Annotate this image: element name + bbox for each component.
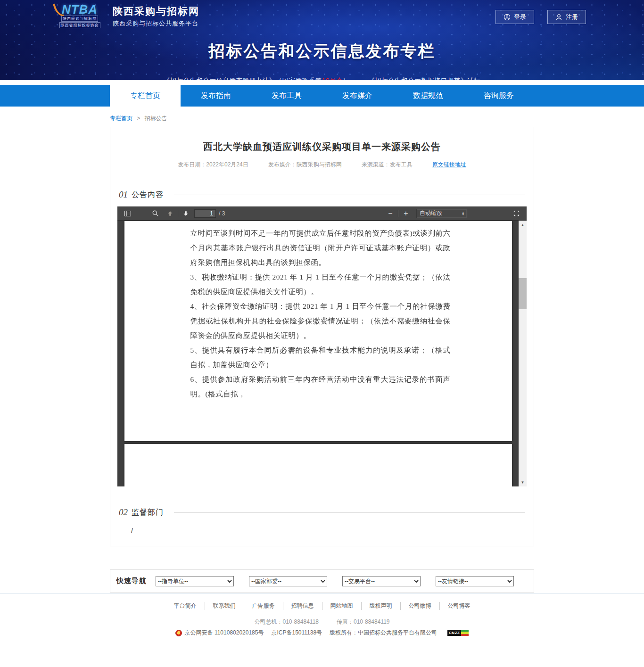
- banner-note-part1: 《招标公告和公示信息发布管理办法》（国家发改委第: [164, 77, 322, 80]
- login-label: 登录: [514, 13, 526, 21]
- tab-data-standards[interactable]: 数据规范: [393, 85, 463, 107]
- supervisor-content: /: [131, 527, 534, 535]
- section1-title: 公告内容: [132, 190, 164, 200]
- banner-note-part2: ）: [343, 77, 349, 80]
- section2-title: 监督部门: [132, 508, 164, 518]
- breadcrumb-separator: >: [137, 115, 140, 122]
- banner-title: 招标公告和公示信息发布专栏: [53, 41, 591, 62]
- quick-nav-select-links[interactable]: --友情链接--: [436, 576, 514, 586]
- pdf-toolbar: / 3 − + 自动缩放 ▴▾: [117, 206, 527, 221]
- zoom-divider: [398, 210, 398, 217]
- page-up-icon[interactable]: [165, 208, 176, 219]
- quick-nav-select-guidance[interactable]: --指导单位--: [156, 576, 234, 586]
- footer-link-ads[interactable]: 广告服务: [244, 602, 283, 610]
- footer-link-blog[interactable]: 公司博客: [439, 602, 479, 610]
- banner-note-part3: 《招标公告和公示数据接口规范》试行: [368, 77, 480, 80]
- footer-legal: 京公网安备 11010802020185号 京ICP备15011138号 版权所…: [0, 629, 644, 637]
- section-supervisor-header: 02 监督部门: [119, 507, 525, 518]
- site-name: 陕西采购与招标网: [113, 5, 199, 18]
- footer-contact: 公司总机：010-88484118 传真：010-88484119: [0, 618, 644, 626]
- toolbar-divider: [178, 210, 178, 217]
- section-announcement-content-header: 01 公告内容: [119, 189, 525, 200]
- tab-publish-tools[interactable]: 发布工具: [251, 85, 322, 107]
- original-link[interactable]: 原文链接地址: [432, 161, 466, 169]
- police-badge-icon: [175, 630, 182, 636]
- user-icon: [555, 14, 562, 21]
- publish-date: 发布日期：2022年02月24日: [178, 161, 248, 169]
- footer-links: 平台简介 联系我们 广告服务 招聘信息 网站地图 版权声明 公司微博 公司博客: [0, 602, 644, 610]
- scroll-up-icon[interactable]: ▲: [519, 222, 527, 228]
- search-icon[interactable]: [149, 208, 161, 219]
- doc-paragraph: 立时间至谈判时间不足一年的可提供成立后任意时段的资产负债表)或谈判前六个月内其基…: [190, 226, 451, 270]
- scroll-down-icon[interactable]: ▼: [519, 479, 527, 486]
- quick-nav-bar: 快速导航 --指导单位-- --国家部委-- --交易平台-- --友情链接--: [110, 569, 534, 593]
- page-number-input[interactable]: [194, 209, 216, 218]
- footer-link-copyright[interactable]: 版权声明: [361, 602, 400, 610]
- zoom-mode-label: 自动缩放: [420, 209, 442, 217]
- footer-phone: 公司总机：010-88484118: [254, 618, 319, 626]
- pdf-page-1: 立时间至谈判时间不足一年的可提供成立后任意时段的资产负债表)或谈判前六个月内其基…: [124, 221, 512, 441]
- announcement-title: 西北大学缺血预适应训练仪采购项目单一来源采购公告: [110, 140, 534, 153]
- tab-publish-guide[interactable]: 发布指南: [181, 85, 251, 107]
- tab-column-home[interactable]: 专栏首页: [110, 85, 181, 107]
- tab-consult-service[interactable]: 咨询服务: [463, 85, 534, 107]
- quick-nav-label: 快速导航: [116, 576, 147, 585]
- tab-publish-media[interactable]: 发布媒介: [322, 85, 393, 107]
- site-tagline: 陕西采购与招标公共服务平台: [113, 19, 199, 28]
- zoom-mode-select[interactable]: 自动缩放 ▴▾: [416, 209, 467, 218]
- site-logo[interactable]: NTBA 陕西采购与招标网 陕西省招标投标协会: [53, 4, 106, 28]
- main-nav: 专栏首页 发布指南 发布工具 发布媒介 数据规范 咨询服务: [0, 85, 644, 107]
- police-registration[interactable]: 京公网安备 11010802020185号: [185, 629, 264, 637]
- section2-number: 02: [119, 507, 128, 518]
- fullscreen-icon[interactable]: [511, 208, 522, 219]
- icp-registration[interactable]: 京ICP备15011138号: [271, 629, 322, 637]
- quick-nav-select-platforms[interactable]: --交易平台--: [342, 576, 421, 586]
- pdf-body: 立时间至谈判时间不足一年的可提供成立后任意时段的资产负债表)或谈判前六个月内其基…: [117, 221, 527, 486]
- announcement-card: 西北大学缺血预适应训练仪采购项目单一来源采购公告 发布日期：2022年02月24…: [110, 127, 534, 546]
- footer-fax: 传真：010-88484119: [337, 618, 390, 626]
- cnzz-badge[interactable]: CNZZ: [447, 630, 469, 636]
- cnzz-stripes-icon: [461, 630, 469, 636]
- footer-link-jobs[interactable]: 招聘信息: [283, 602, 322, 610]
- section2-divider: [174, 512, 525, 513]
- breadcrumb-home-link[interactable]: 专栏首页: [110, 115, 132, 122]
- login-button[interactable]: 登录: [495, 10, 534, 24]
- pdf-scrollbar[interactable]: ▲ ▼: [519, 221, 527, 486]
- doc-paragraph: 6、提供参加政府采购活动前三年内在经营活动中没有重大违法记录的书面声明。(格式自…: [190, 372, 451, 401]
- footer-link-about[interactable]: 平台简介: [166, 602, 205, 610]
- zoom-out-icon[interactable]: −: [385, 208, 396, 219]
- section1-divider: [174, 195, 525, 195]
- scrollbar-thumb[interactable]: [519, 278, 527, 309]
- user-circle-icon: [504, 14, 511, 21]
- breadcrumb-current: 招标公告: [145, 115, 167, 122]
- doc-paragraph: 4、社会保障资金缴纳证明：提供 2021 年 1 月 1 日至今任意一个月的社保…: [190, 299, 451, 343]
- register-button[interactable]: 注册: [547, 10, 586, 24]
- quick-nav-select-ministries[interactable]: --国家部委--: [249, 576, 327, 586]
- register-label: 注册: [566, 13, 578, 21]
- publish-media: 发布媒介：陕西采购与招标网: [268, 161, 342, 169]
- breadcrumb: 专栏首页 > 招标公告: [110, 115, 534, 123]
- footer-link-weibo[interactable]: 公司微博: [400, 602, 439, 610]
- doc-paragraph: 3、税收缴纳证明：提供 2021 年 1 月 1 日至今任意一个月的缴费凭据；（…: [190, 270, 451, 299]
- banner-note: 《招标公告和公示信息发布管理办法》（国家发改委第10号令）《招标公告和公示数据接…: [53, 76, 591, 80]
- pdf-page-2: [124, 444, 512, 486]
- footer-copyright-owner: 版权所有：中国招标公共服务平台有限公司: [330, 629, 437, 637]
- cnzz-label: CNZZ: [447, 630, 461, 636]
- logo-ntba-text: NTBA: [62, 4, 98, 15]
- source-channel: 来源渠道：发布工具: [362, 161, 413, 169]
- select-arrows-icon: ▴▾: [462, 212, 464, 215]
- logo-subtext-2: 陕西省招标投标协会: [59, 22, 100, 28]
- footer-link-sitemap[interactable]: 网站地图: [322, 602, 361, 610]
- sidebar-toggle-icon[interactable]: [122, 208, 133, 219]
- page-total: / 3: [219, 210, 225, 217]
- footer-link-contact[interactable]: 联系我们: [205, 602, 244, 610]
- doc-paragraph: 5、提供具有履行本合同所必需的设备和专业技术能力的说明及承诺；（格式自拟，加盖供…: [190, 343, 451, 372]
- banner-note-red: 10号令: [322, 77, 343, 80]
- site-footer: 平台简介 联系我们 广告服务 招聘信息 网站地图 版权声明 公司微博 公司博客 …: [0, 593, 644, 637]
- zoom-in-icon[interactable]: +: [400, 208, 412, 219]
- page-down-icon[interactable]: [180, 208, 191, 219]
- site-header: NTBA 陕西采购与招标网 陕西省招标投标协会 陕西采购与招标网 陕西采购与招标…: [0, 0, 644, 80]
- announcement-meta: 发布日期：2022年02月24日 发布媒介：陕西采购与招标网 来源渠道：发布工具…: [110, 161, 534, 169]
- pdf-viewer: / 3 − + 自动缩放 ▴▾ 立时间至谈判时间不足一年的可提: [117, 206, 527, 486]
- section1-number: 01: [119, 189, 128, 200]
